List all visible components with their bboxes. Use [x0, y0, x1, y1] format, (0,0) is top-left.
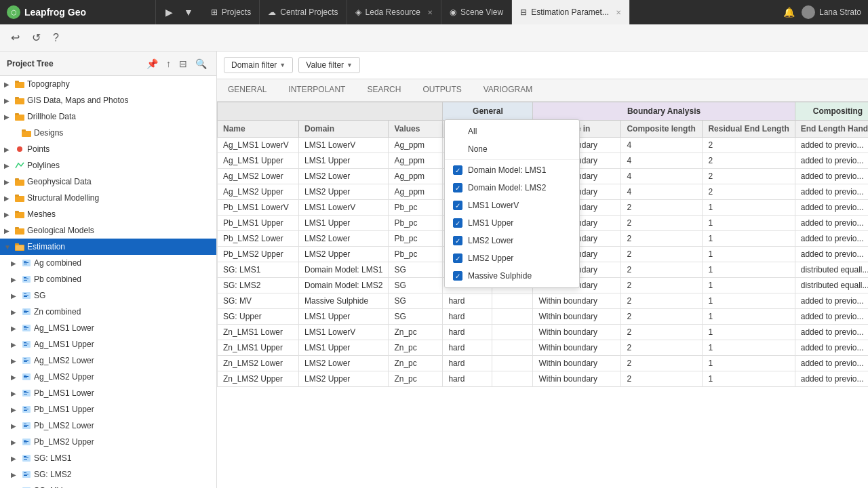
cell-boundary: hard — [443, 356, 492, 371]
table-row[interactable]: Zn_LMS2 UpperLMS2 UpperZn_pchardWithin b… — [218, 371, 869, 387]
estimation-icon-ag-combined — [21, 258, 32, 268]
tab-interpolant[interactable]: INTERPOLANT — [277, 79, 356, 101]
svg-rect-26 — [24, 279, 28, 279]
cell-values: Ag_ppm — [389, 138, 443, 153]
sidebar-pin-button[interactable]: 📌 — [144, 57, 161, 70]
user-info[interactable]: Lana Strato — [802, 5, 861, 19]
table-row[interactable]: Zn_LMS2 LowerLMS2 LowerZn_pchardWithin b… — [218, 356, 869, 371]
tab-general[interactable]: GENERAL — [217, 79, 277, 101]
checkbox-lms1-upper: ✓ — [453, 218, 462, 228]
sidebar-item-sg-lms2[interactable]: ▶SG: LMS2 — [0, 466, 216, 483]
dropdown-item-lms1-upper[interactable]: ✓LMS1 Upper — [445, 214, 579, 232]
dropdown-item-lms2-lower[interactable]: ✓LMS2 Lower — [445, 232, 579, 249]
tab-search[interactable]: SEARCH — [356, 79, 412, 101]
dropdown-item-none[interactable]: None — [445, 140, 579, 158]
sidebar-item-topography[interactable]: ▶Topography — [0, 76, 216, 92]
sidebar-item-designs[interactable]: Designs — [0, 125, 216, 141]
tree-arrow-sg-lms1: ▶ — [11, 455, 19, 462]
estimation-icon-ag-lms2-upper — [21, 371, 32, 382]
dropdown-item-lms2-upper[interactable]: ✓LMS2 Upper — [445, 249, 579, 267]
table-row[interactable]: Zn_LMS1 LowerLMS1 LowerVZn_pchardWithin … — [218, 325, 869, 340]
tab-variogram[interactable]: VARIOGRAM — [473, 79, 543, 101]
dropdown-item-domain-lms2[interactable]: ✓Domain Model: LMS2 — [445, 179, 579, 197]
cell-end-length: added to previo... — [795, 153, 868, 169]
leda-resource-close-icon[interactable]: ✕ — [427, 9, 433, 16]
sidebar-item-structural-modelling[interactable]: ▶Structural Modelling — [0, 190, 216, 206]
checkbox-lms2-lower: ✓ — [453, 236, 462, 245]
value-filter-button[interactable]: Value filter ▼ — [298, 57, 360, 73]
svg-rect-71 — [24, 459, 27, 460]
table-row[interactable]: Zn_LMS1 UpperLMS1 UpperZn_pchardWithin b… — [218, 340, 869, 356]
sidebar-collapse-button[interactable]: ⊟ — [176, 57, 190, 70]
tree-label-sg-lms1: SG: LMS1 — [34, 453, 71, 463]
sidebar-item-pb-combined[interactable]: ▶Pb combined — [0, 271, 216, 287]
sidebar-item-sg-lms1[interactable]: ▶SG: LMS1 — [0, 450, 216, 466]
table-row[interactable]: SG: UpperLMS1 UpperSGhardWithin boundary… — [218, 309, 869, 325]
tree-label-polylines: Polylines — [27, 161, 60, 170]
sidebar-item-ag-lms1-upper[interactable]: ▶Ag_LMS1 Upper — [0, 336, 216, 352]
window-dropdown-button[interactable]: ▼ — [180, 5, 197, 19]
cell-domain: LMS1 LowerV — [299, 325, 389, 340]
window-play-button[interactable]: ▶ — [161, 5, 177, 19]
sidebar-item-pb-lms1-lower[interactable]: ▶Pb_LMS1 Lower — [0, 385, 216, 401]
tab-central-projects[interactable]: ☁ Central Projects — [260, 0, 347, 24]
cell-values: Zn_pc — [389, 371, 443, 387]
sidebar-item-polylines[interactable]: ▶Polylines — [0, 157, 216, 174]
tab-leda-resource[interactable]: ◈ Leda Resource ✕ — [347, 0, 441, 24]
window-controls: ▶ ▼ — [156, 5, 203, 19]
top-bar-right: 🔔 Lana Strato — [776, 5, 868, 19]
cell-domain: LMS2 Upper — [299, 247, 389, 262]
tree-arrow-ag-lms2-upper: ▶ — [11, 373, 19, 381]
tab-outputs[interactable]: OUTPUTS — [412, 79, 472, 101]
sidebar-search-button[interactable]: 🔍 — [193, 57, 210, 70]
cell-residual: 1 — [703, 371, 795, 387]
sidebar-item-pb-lms2-upper[interactable]: ▶Pb_LMS2 Upper — [0, 434, 216, 450]
dropdown-item-all[interactable]: All — [445, 123, 579, 140]
cell-domain: LMS2 Lower — [299, 356, 389, 371]
sidebar-up-button[interactable]: ↑ — [163, 57, 174, 70]
sidebar-item-ag-combined[interactable]: ▶Ag combined — [0, 255, 216, 271]
estimation-params-close-icon[interactable]: ✕ — [616, 9, 621, 16]
cell-boundary: hard — [443, 325, 492, 340]
tree-label-ag-lms1-upper: Ag_LMS1 Upper — [34, 340, 94, 349]
sidebar-item-ag-lms2-upper[interactable]: ▶Ag_LMS2 Upper — [0, 369, 216, 385]
svg-rect-29 — [24, 293, 26, 294]
tree-arrow-meshes: ▶ — [4, 211, 12, 218]
dropdown-item-lms1-lowerv[interactable]: ✓LMS1 LowerV — [445, 197, 579, 214]
sidebar-item-sg[interactable]: ▶SG — [0, 287, 216, 304]
sidebar-item-geophysical-data[interactable]: ▶Geophysical Data — [0, 174, 216, 190]
sidebar-item-geological-models[interactable]: ▶Geological Models — [0, 222, 216, 239]
sidebar-item-gis-data[interactable]: ▶GIS Data, Maps and Photos — [0, 92, 216, 108]
sidebar-item-zn-combined[interactable]: ▶Zn combined — [0, 304, 216, 320]
dropdown-item-domain-lms1[interactable]: ✓Domain Model: LMS1 — [445, 161, 579, 179]
sidebar-item-estimation[interactable]: ▼Estimation — [0, 239, 216, 255]
tab-scene-view[interactable]: ◉ Scene View — [441, 0, 512, 24]
tab-projects[interactable]: ⊞ Projects — [203, 0, 260, 24]
checkbox-lms1-lowerv: ✓ — [453, 201, 462, 210]
tree-label-ag-combined: Ag combined — [34, 258, 81, 268]
sidebar-item-sg-mv[interactable]: ▶SG: MV — [0, 483, 216, 488]
tree-label-estimation: Estimation — [27, 242, 65, 251]
dropdown-item-massive-sulphide[interactable]: ✓Massive Sulphide — [445, 267, 579, 285]
sidebar-item-pb-lms1-upper[interactable]: ▶Pb_LMS1 Upper — [0, 401, 216, 418]
dropdown-label-lms1-lowerv: LMS1 LowerV — [468, 201, 519, 210]
domain-filter-button[interactable]: Domain filter ▼ — [224, 57, 293, 73]
sidebar-item-ag-lms1-lower[interactable]: ▶Ag_LMS1 Lower — [0, 320, 216, 336]
sidebar-item-meshes[interactable]: ▶Meshes — [0, 206, 216, 222]
svg-rect-63 — [24, 426, 27, 427]
cell-name: Ag_LMS1 Upper — [218, 153, 299, 169]
svg-rect-70 — [24, 458, 28, 458]
table-row[interactable]: SG: MVMassive SulphideSGhardWithin bound… — [218, 293, 869, 309]
back-button[interactable]: ↩ — [7, 28, 24, 47]
help-button[interactable]: ? — [49, 29, 63, 47]
svg-rect-47 — [24, 361, 27, 362]
sidebar-item-drillhole-data[interactable]: ▶Drillhole Data — [0, 108, 216, 125]
tab-estimation-params[interactable]: ⊟ Estimation Paramet... ✕ — [512, 0, 630, 24]
undo-button[interactable]: ↺ — [28, 28, 45, 47]
sidebar-item-pb-lms2-lower[interactable]: ▶Pb_LMS2 Lower — [0, 418, 216, 434]
svg-rect-45 — [24, 359, 26, 359]
sidebar-item-ag-lms2-lower[interactable]: ▶Ag_LMS2 Lower — [0, 352, 216, 369]
sidebar-item-points[interactable]: ▶Points — [0, 141, 216, 157]
notification-bell-icon[interactable]: 🔔 — [783, 7, 795, 18]
cell-end-length: added to previo... — [795, 138, 868, 153]
